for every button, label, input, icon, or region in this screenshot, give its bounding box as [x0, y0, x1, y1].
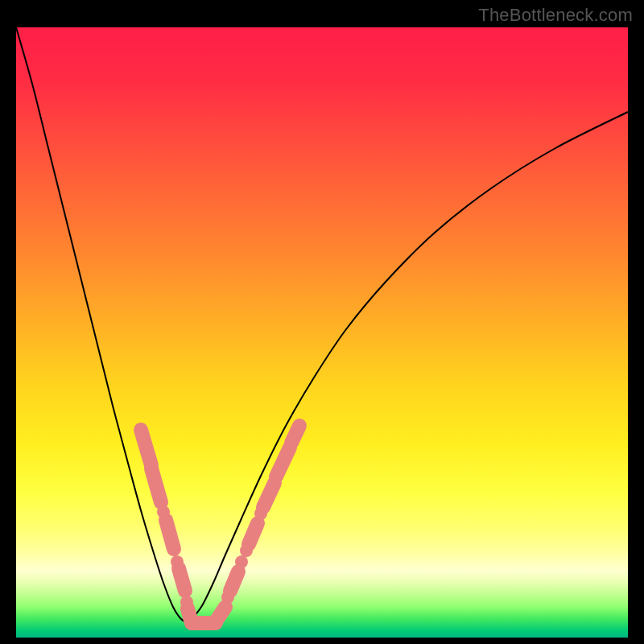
- bead-capsule: [249, 523, 258, 544]
- bead-capsule: [151, 469, 161, 502]
- bead-capsule: [263, 483, 275, 507]
- bead-capsule: [166, 520, 174, 549]
- bead-capsule: [217, 607, 225, 619]
- bead-group: [141, 426, 299, 623]
- bead-capsule: [141, 430, 151, 465]
- bead-capsule: [276, 448, 290, 477]
- bead-capsule: [179, 568, 185, 591]
- bead-dot: [235, 555, 248, 568]
- watermark-text: TheBottleneck.com: [478, 5, 633, 26]
- chart-frame: [16, 27, 628, 638]
- bead-capsule: [230, 572, 238, 591]
- chart-svg: [16, 27, 628, 638]
- bead-capsule: [291, 426, 299, 443]
